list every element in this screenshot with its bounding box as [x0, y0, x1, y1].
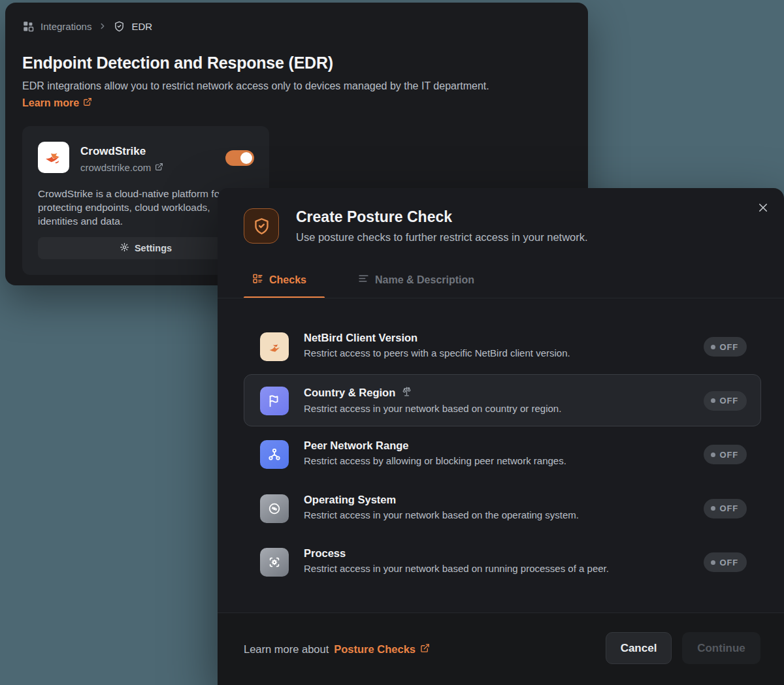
status-dot — [711, 398, 715, 403]
integration-name: CrowdStrike — [80, 145, 146, 158]
chevron-right-icon — [98, 22, 107, 31]
check-row-process[interactable]: Process Restrict access in your network … — [244, 535, 761, 588]
check-title: Peer Network Range — [304, 439, 566, 452]
close-icon[interactable] — [751, 196, 775, 219]
settings-label: Settings — [135, 243, 172, 253]
check-title: NetBird Client Version — [304, 332, 570, 344]
disc-os-icon — [260, 494, 289, 523]
continue-button[interactable]: Continue — [682, 632, 760, 664]
check-description: Restrict access in your network based on… — [304, 509, 579, 520]
check-title: Operating System — [304, 494, 579, 506]
status-label: OFF — [720, 342, 738, 352]
check-title: Country & Region — [304, 387, 395, 399]
check-description: Restrict access in your network based on… — [304, 563, 609, 574]
integration-description: CrowdStrike is a cloud-native platform f… — [38, 187, 223, 228]
crowdstrike-enable-toggle[interactable] — [225, 150, 254, 166]
learn-more-label: Learn more — [22, 97, 79, 109]
status-label: OFF — [720, 396, 738, 406]
posture-checks-list: NetBird Client Version Restrict access t… — [218, 320, 784, 590]
status-badge: OFF — [704, 391, 747, 411]
check-description: Restrict access by allowing or blocking … — [304, 455, 566, 466]
footer-learn-more: Learn more about Posture Checks — [244, 613, 430, 685]
status-badge: OFF — [704, 337, 747, 357]
tab-name-description[interactable]: Name & Description — [358, 273, 474, 287]
check-row-country-region[interactable]: Country & Region Restrict access in your… — [244, 374, 761, 426]
shield-check-icon — [114, 21, 125, 32]
status-badge: OFF — [704, 445, 747, 464]
external-link-icon — [420, 643, 430, 656]
status-dot — [711, 560, 715, 565]
netbird-logo-icon — [260, 332, 289, 361]
flag-icon — [260, 387, 289, 415]
scale-balance-icon — [401, 386, 412, 400]
posture-checks-link-label: Posture Checks — [334, 643, 416, 656]
tab-checks-label: Checks — [269, 274, 306, 286]
description-line: CrowdStrike is a cloud-native platform f… — [38, 187, 223, 200]
crowdstrike-logo — [38, 142, 69, 173]
tab-checks[interactable]: Checks — [252, 273, 306, 287]
cancel-button[interactable]: Cancel — [606, 632, 672, 664]
align-left-icon — [358, 273, 369, 287]
status-badge: OFF — [704, 552, 747, 572]
page-description: EDR integrations allow you to restrict n… — [22, 80, 489, 92]
tabs-divider — [218, 298, 784, 298]
page-title: Endpoint Detection and Response (EDR) — [22, 54, 333, 72]
status-label: OFF — [720, 558, 738, 567]
check-description: Restrict access in your network based on… — [304, 403, 561, 414]
gear-icon — [120, 242, 129, 254]
integration-domain-link[interactable]: crowdstrike.com — [80, 162, 163, 173]
external-link-icon — [155, 162, 163, 173]
tab-name-description-label: Name & Description — [375, 274, 474, 286]
posture-checks-link[interactable]: Posture Checks — [334, 643, 430, 656]
integrations-grid-icon — [22, 20, 34, 32]
process-cog-icon — [260, 548, 289, 577]
status-label: OFF — [720, 503, 738, 513]
check-row-operating-system[interactable]: Operating System Restrict access in your… — [244, 482, 761, 534]
list-checks-icon — [252, 273, 263, 287]
toggle-knob — [240, 152, 252, 164]
status-badge: OFF — [704, 499, 747, 518]
description-line: identities and data. — [38, 214, 223, 228]
breadcrumb-integrations[interactable]: Integrations — [41, 21, 91, 32]
modal-footer: Learn more about Posture Checks Cancel C… — [218, 613, 784, 685]
status-dot — [711, 453, 715, 457]
status-label: OFF — [720, 450, 738, 460]
posture-shield-icon — [244, 208, 279, 244]
check-row-netbird-client-version[interactable]: NetBird Client Version Restrict access t… — [244, 320, 761, 372]
network-topology-icon — [260, 440, 289, 469]
external-link-icon — [83, 97, 92, 109]
breadcrumb-edr[interactable]: EDR — [131, 21, 152, 32]
status-dot — [711, 345, 715, 349]
modal-title: Create Posture Check — [296, 208, 452, 226]
check-row-peer-network-range[interactable]: Peer Network Range Restrict access by al… — [244, 428, 761, 480]
breadcrumb: Integrations EDR — [22, 20, 152, 32]
status-dot — [711, 506, 715, 511]
modal-subtitle: Use posture checks to further restrict a… — [296, 231, 588, 244]
learn-more-link[interactable]: Learn more — [22, 97, 92, 109]
integration-domain: crowdstrike.com — [80, 162, 151, 173]
check-description: Restrict access to peers with a specific… — [304, 347, 570, 358]
check-title: Process — [304, 547, 609, 560]
create-posture-check-modal: Create Posture Check Use posture checks … — [218, 188, 784, 685]
footer-learn-prefix: Learn more about — [244, 643, 329, 656]
description-line: protecting endpoints, cloud workloads, — [38, 200, 223, 214]
